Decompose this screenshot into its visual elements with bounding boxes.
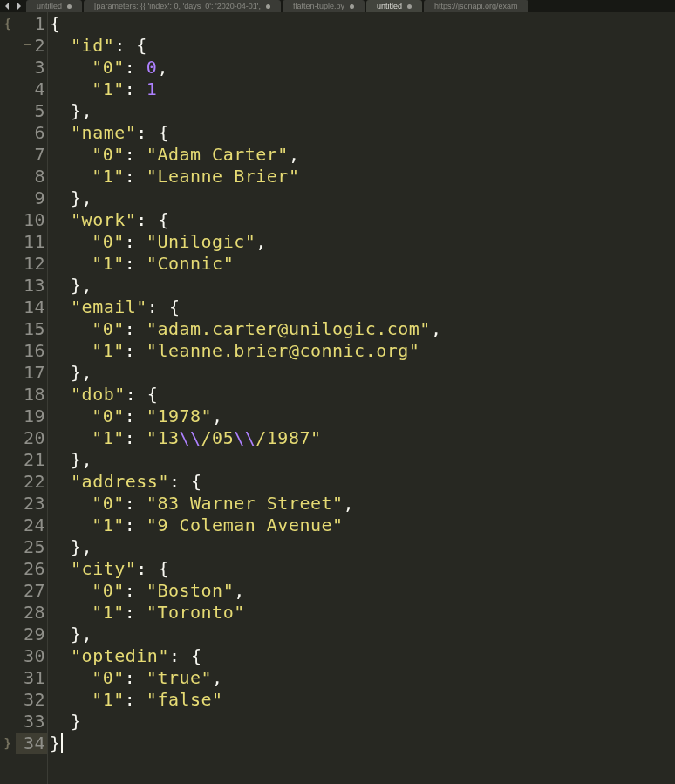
token-pun: }, [71,362,92,383]
token-key: "Leanne Brier" [147,166,300,187]
code-line[interactable]: "1": "Toronto" [50,602,675,624]
token-pun: , [289,144,300,165]
code-line[interactable]: } [50,711,675,733]
tab-3[interactable]: untitled [366,0,422,12]
code-line[interactable]: "1": "9 Coleman Avenue" [50,515,675,536]
token-key: "1" [92,166,125,187]
fold-marker [0,297,16,318]
fold-marker [0,515,16,536]
token-pun: }, [71,536,92,557]
token-pun: : [125,78,147,99]
fold-marker [0,624,16,645]
code-line[interactable]: }, [50,624,675,645]
token-pun: : [125,253,147,274]
fold-marker [0,187,16,209]
tab-4[interactable]: https://jsonapi.org/exam [424,0,528,12]
token-pun: : [125,689,147,710]
code-line[interactable]: }, [50,100,675,122]
line-number: 27 [16,580,47,602]
code-line[interactable]: "0": "adam.carter@unilogic.com", [50,318,675,340]
line-number: 29 [16,624,47,645]
code-line[interactable]: "1": "13\\/05\\/1987" [50,427,675,449]
code-line[interactable]: "1": 1 [50,78,675,100]
code-line[interactable]: "0": 0, [50,57,675,78]
code-line[interactable]: "1": "leanne.brier@connic.org" [50,340,675,362]
code-line[interactable]: "name": { [50,122,675,144]
code-line[interactable]: { [50,13,675,35]
fold-marker [0,144,16,166]
line-number: 33 [16,711,47,733]
dirty-dot-icon [407,4,412,9]
line-number: 7 [16,144,47,166]
code-line[interactable]: "0": "1978", [50,406,675,427]
tab-2[interactable]: flatten-tuple.py [283,0,365,12]
token-key: "address" [71,471,169,492]
code-line[interactable]: }, [50,449,675,471]
token-key: "Toronto" [147,602,245,623]
token-pun: : [125,144,147,165]
fold-marker [0,253,16,275]
token-pun: { [50,13,61,34]
token-key: "leanne.brier@connic.org" [147,340,420,361]
code-line[interactable]: "email": { [50,297,675,318]
fold-marker [0,471,16,493]
fold-marker [0,493,16,515]
token-pun: , [157,57,168,78]
token-key: "0" [92,57,125,78]
tab-1[interactable]: [parameters: {{ 'index': 0, 'days_0': '2… [84,0,281,12]
code-line[interactable]: "0": "Adam Carter", [50,144,675,166]
token-pun: : { [126,384,159,405]
code-line[interactable]: "0": "true", [50,667,675,689]
token-key: "optedin" [71,645,169,666]
code-line[interactable]: "0": "Unilogic", [50,231,675,253]
line-number: 5 [16,100,47,122]
line-number: 32 [16,689,47,711]
token-pun: : [125,231,147,252]
line-number: 19 [16,406,47,427]
token-pun: : { [169,645,202,666]
code-line[interactable]: "0": "Boston", [50,580,675,602]
token-key: "work" [71,209,136,230]
token-pun: : [125,667,147,688]
code-line[interactable]: "address": { [50,471,675,493]
code-line[interactable]: }, [50,536,675,558]
code-line[interactable]: "id": { [50,35,675,57]
token-pun: : [125,602,147,623]
token-pun: } [50,733,61,753]
line-number: 23 [16,493,47,515]
token-key: "1" [92,78,125,99]
fold-marker [0,427,16,449]
token-esc: \\ [179,427,201,448]
editor[interactable]: {} 1234567891011121314151617181920212223… [0,12,675,784]
code-line[interactable]: "1": "false" [50,689,675,711]
token-key: "0" [92,580,125,601]
code-line[interactable]: "0": "83 Warner Street", [50,493,675,515]
code-line[interactable]: "dob": { [50,384,675,406]
dirty-dot-icon [266,4,270,9]
code-line[interactable]: }, [50,362,675,384]
code-area[interactable]: {"id": {"0": 0,"1": 1},"name": {"0": "Ad… [47,12,675,784]
code-line[interactable]: }, [50,275,675,297]
code-line[interactable]: } [50,733,675,754]
line-number: 18 [16,384,47,406]
tab-nav-arrows[interactable] [0,0,26,12]
token-key: "dob" [71,384,126,405]
line-number-gutter: 1234567891011121314151617181920212223242… [16,12,47,784]
tab-label: [parameters: {{ 'index': 0, 'days_0': '2… [94,2,261,10]
line-number: 26 [16,558,47,580]
token-pun: , [431,318,442,339]
code-line[interactable]: "optedin": { [50,645,675,667]
code-line[interactable]: "1": "Connic" [50,253,675,275]
code-line[interactable]: "city": { [50,558,675,580]
code-line[interactable]: "work": { [50,209,675,231]
token-pun: : [125,427,147,448]
fold-marker [0,406,16,427]
token-key: "adam.carter@unilogic.com" [147,318,431,339]
code-line[interactable]: }, [50,187,675,209]
code-line[interactable]: "1": "Leanne Brier" [50,166,675,187]
fold-marker [0,122,16,144]
fold-marker [0,449,16,471]
tab-0[interactable]: untitled [26,0,82,12]
fold-marker [0,100,16,122]
chevron-right-icon [14,2,23,10]
